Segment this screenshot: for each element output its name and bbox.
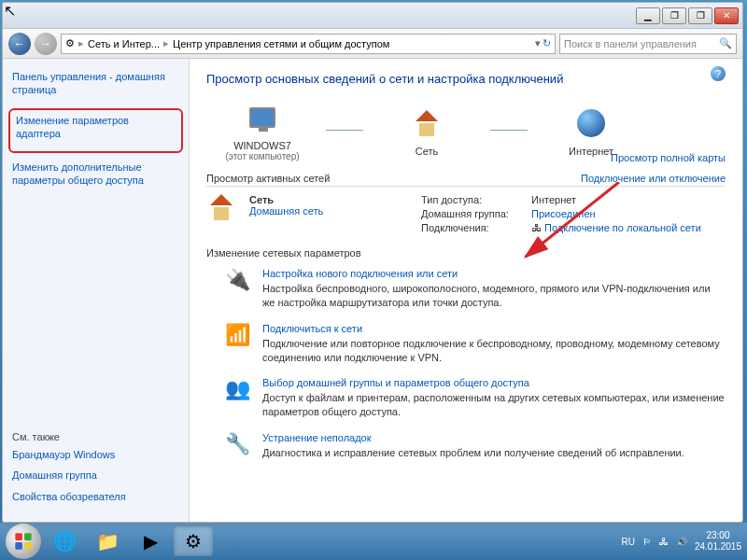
troubleshoot-link[interactable]: Устранение неполадок [262, 432, 684, 443]
highlighted-annotation: Изменение параметров адаптера [8, 108, 183, 154]
network-type-link[interactable]: Домашняя сеть [249, 205, 323, 217]
main-content: ? Просмотр основных сведений о сети и на… [190, 59, 742, 522]
active-network-left: Сеть Домашняя сеть [206, 194, 393, 236]
tray-time: 23:00 [695, 530, 741, 541]
new-connection-link[interactable]: Настройка нового подключения или сети [262, 268, 726, 279]
diagram-computer: WINDOWS7 (этот компьютер) [206, 99, 318, 161]
setting-item: 🔧 Устранение неполадок Диагностика и исп… [206, 432, 726, 460]
connect-disconnect-link[interactable]: Подключение или отключение [581, 173, 726, 184]
body: Панель управления - домашняя страница Из… [3, 59, 742, 522]
tray-lang[interactable]: RU [621, 537, 634, 547]
active-network-right: Тип доступа:Интернет Домашняя группа:При… [421, 194, 726, 236]
change-settings-section: Изменение сетевых параметров 🔌 Настройка… [206, 247, 726, 460]
connect-icon: 📶 [225, 323, 251, 349]
homegroup-label: Домашняя группа: [421, 208, 524, 219]
access-type-label: Тип доступа: [421, 194, 524, 205]
network-label: Сеть [371, 146, 483, 157]
maximize-button[interactable]: ❐ [662, 7, 686, 24]
diagram-line [490, 130, 528, 131]
svg-rect-2 [15, 533, 22, 540]
breadcrumb-item[interactable]: Центр управления сетями и общим доступом [173, 38, 389, 49]
sidebar-link-internet-options[interactable]: Свойства обозревателя [12, 490, 179, 503]
sidebar-link-homegroup[interactable]: Домашняя группа [12, 469, 179, 482]
homegroup-value-link[interactable]: Присоединен [531, 208, 596, 219]
search-input[interactable]: Поиск в панели управления 🔍 [559, 34, 737, 54]
homegroup-settings-desc: Доступ к файлам и принтерам, расположенн… [262, 391, 726, 419]
taskbar-ie[interactable]: 🌐 [45, 526, 84, 556]
active-networks-header: Просмотр активных сетей Подключение или … [206, 173, 726, 187]
taskbar: 🌐 📁 ▶ ⚙ RU 🏳 🖧 🔊 23:00 24.01.2015 [0, 523, 747, 560]
taskbar-explorer[interactable]: 📁 [88, 526, 127, 556]
dropdown-icon[interactable]: ▾ [535, 37, 541, 49]
lan-icon: 🖧 [531, 222, 544, 233]
setting-item: 👥 Выбор домашней группы и параметров общ… [206, 377, 726, 419]
start-button[interactable] [6, 524, 41, 559]
troubleshoot-desc: Диагностика и исправление сетевых пробле… [262, 446, 684, 460]
taskbar-media[interactable]: ▶ [131, 526, 170, 556]
search-icon: 🔍 [719, 37, 732, 49]
minimize-button[interactable]: ▁ [636, 7, 660, 24]
house-icon [408, 105, 445, 142]
access-type-value: Интернет [531, 194, 576, 205]
search-placeholder: Поиск в панели управления [564, 38, 697, 49]
computer-sublabel: (этот компьютер) [206, 151, 318, 161]
full-map-link[interactable]: Просмотр полной карты [611, 152, 726, 163]
diagram-network: Сеть [371, 105, 483, 157]
tray-flag-icon[interactable]: 🏳 [642, 537, 652, 547]
sidebar-home-link[interactable]: Панель управления - домашняя страница [12, 70, 179, 97]
computer-icon [244, 99, 281, 136]
diagram-internet: Интернет [535, 105, 647, 157]
system-tray: RU 🏳 🖧 🔊 23:00 24.01.2015 [621, 530, 741, 553]
navbar: ← → ⚙ ▸ Сеть и Интер... ▸ Центр управлен… [3, 29, 742, 59]
taskbar-control-panel[interactable]: ⚙ [174, 526, 213, 556]
forward-button[interactable]: → [35, 33, 57, 55]
connect-network-desc: Подключение или повторное подключение к … [262, 337, 726, 365]
connect-network-link[interactable]: Подключиться к сети [262, 323, 726, 334]
close-button[interactable]: ✕ [714, 7, 739, 24]
network-name: Сеть [249, 194, 323, 205]
globe-icon [572, 105, 610, 142]
tray-date: 24.01.2015 [695, 541, 741, 553]
breadcrumb-item[interactable]: Сеть и Интер... [88, 38, 160, 49]
house-icon [206, 194, 240, 228]
new-connection-icon: 🔌 [225, 268, 251, 294]
svg-rect-5 [24, 542, 32, 550]
change-settings-title: Изменение сетевых параметров [206, 247, 726, 259]
window: ▁ ❐ ❐ ✕ ← → ⚙ ▸ Сеть и Интер... ▸ Центр … [2, 2, 743, 523]
setting-item: 📶 Подключиться к сети Подключение или по… [206, 323, 726, 365]
sidebar-bottom: См. также Брандмауэр Windows Домашняя гр… [12, 431, 179, 511]
active-networks-title: Просмотр активных сетей [206, 173, 330, 184]
diagram-line [326, 130, 363, 131]
tray-network-icon[interactable]: 🖧 [659, 537, 669, 547]
restore-button[interactable]: ❐ [688, 7, 712, 24]
control-panel-icon: ⚙ [65, 37, 75, 49]
connections-label: Подключения: [421, 222, 524, 233]
refresh-icon[interactable]: ↻ [543, 37, 551, 49]
computer-label: WINDOWS7 [206, 140, 318, 151]
address-bar[interactable]: ⚙ ▸ Сеть и Интер... ▸ Центр управления с… [61, 34, 556, 54]
homegroup-settings-link[interactable]: Выбор домашней группы и параметров общег… [262, 377, 726, 388]
sidebar-adapter-link[interactable]: Изменение параметров адаптера [16, 114, 176, 141]
help-icon[interactable]: ? [711, 66, 726, 81]
active-network-row: Сеть Домашняя сеть Тип доступа:Интернет … [206, 194, 726, 236]
see-also-label: См. также [12, 431, 179, 442]
breadcrumb-sep: ▸ [163, 37, 169, 49]
new-connection-desc: Настройка беспроводного, широкополосного… [262, 282, 726, 310]
back-button[interactable]: ← [8, 33, 31, 55]
connection-link[interactable]: Подключение по локальной сети [544, 222, 701, 233]
homegroup-icon: 👥 [225, 377, 251, 403]
svg-rect-4 [15, 542, 22, 550]
setting-item: 🔌 Настройка нового подключения или сети … [206, 268, 726, 310]
sidebar-sharing-link[interactable]: Изменить дополнительные параметры общего… [12, 161, 179, 188]
svg-rect-3 [24, 533, 32, 540]
page-title: Просмотр основных сведений о сети и наст… [206, 72, 726, 86]
titlebar: ▁ ❐ ❐ ✕ [3, 3, 742, 29]
tray-volume-icon[interactable]: 🔊 [676, 537, 687, 547]
sidebar-link-firewall[interactable]: Брандмауэр Windows [12, 448, 179, 461]
tray-clock[interactable]: 23:00 24.01.2015 [695, 530, 741, 553]
sidebar: Панель управления - домашняя страница Из… [3, 59, 190, 522]
troubleshoot-icon: 🔧 [225, 432, 251, 458]
breadcrumb-sep: ▸ [78, 37, 84, 49]
